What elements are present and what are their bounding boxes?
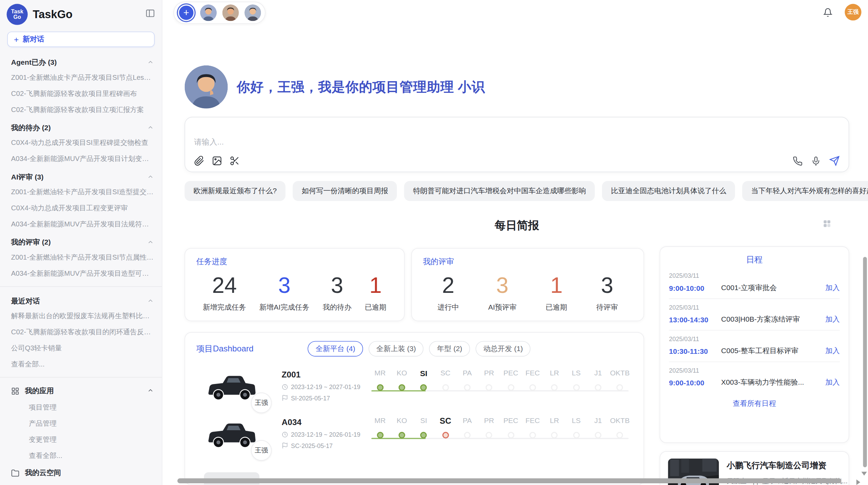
join-button[interactable]: 加入 <box>825 314 840 324</box>
suggestion-chip[interactable]: 当下年轻人对汽车外观有怎样的喜好趋势 <box>742 181 868 201</box>
milestone[interactable]: J1 <box>587 368 609 403</box>
sidebar-section-header[interactable]: AI评审 (3) <box>0 167 162 184</box>
stat-item[interactable]: 3 待评审 <box>596 272 618 312</box>
milestone[interactable]: KO <box>391 368 413 403</box>
milestone[interactable]: OKTB <box>609 415 631 450</box>
join-button[interactable]: 加入 <box>825 346 840 356</box>
milestone[interactable]: FEC <box>522 415 544 450</box>
milestone[interactable]: SC <box>435 368 457 403</box>
assistant-avatar-3[interactable] <box>244 4 261 21</box>
recent-chat-item[interactable]: 公司Q3轻卡销量 <box>0 340 162 357</box>
join-button[interactable]: 加入 <box>825 377 840 387</box>
notification-bell-icon[interactable] <box>823 8 832 17</box>
milestone[interactable]: LS <box>565 415 587 450</box>
sidebar-task-item[interactable]: C02-飞腾新能源轻客改款项目立项汇报方案 <box>0 102 162 118</box>
assistant-avatar-1[interactable] <box>200 4 217 21</box>
chat-input-card[interactable]: 请输入... <box>184 117 849 172</box>
sidebar-section-header[interactable]: 我的评审 (2) <box>0 233 162 250</box>
milestone[interactable]: SI <box>413 415 435 450</box>
sidebar-collapse-icon[interactable] <box>145 8 155 21</box>
milestone[interactable]: MR <box>369 415 391 450</box>
suggestion-chip[interactable]: 如何写一份清晰的项目周报 <box>293 181 397 201</box>
stat-item[interactable]: 3 AI预评审 <box>488 272 517 312</box>
milestone[interactable]: SI <box>413 368 435 403</box>
sidebar-task-item[interactable]: Z001-全新燃油轻卡产品开发项目SI节点属性5D文件评审 <box>0 250 162 266</box>
sidebar-task-item[interactable]: Z001-全新燃油轻卡产品开发项目SI造型提交物评审 <box>0 184 162 200</box>
sidebar-task-item[interactable]: C02-飞腾新能源轻客改款项目里程碑画布 <box>0 86 162 102</box>
milestone[interactable]: J1 <box>587 415 609 450</box>
sidebar-task-item[interactable]: Z001-全新燃油皮卡产品开发项目SI节点Lesson Learn报告 <box>0 70 162 86</box>
suggestion-chip[interactable]: 比亚迪全固态电池计划具体说了什么 <box>602 181 735 201</box>
chat-input[interactable]: 请输入... <box>194 137 840 147</box>
stat-item[interactable]: 1 已逾期 <box>546 272 567 312</box>
recent-chats-header[interactable]: 最近对话 <box>0 291 162 308</box>
stat-item[interactable]: 3 我的待办 <box>323 272 351 312</box>
view-all-schedule-link[interactable]: 查看所有日程 <box>669 399 840 409</box>
project-row[interactable]: 王强 Z001 2023-12-19 ~ 2027-01-19 SI-2025-… <box>196 370 632 404</box>
image-icon[interactable] <box>212 156 222 166</box>
app-item[interactable]: 查看全部... <box>0 448 162 464</box>
filter-chip[interactable]: 全新平台 (4) <box>308 341 363 357</box>
user-avatar[interactable]: 王强 <box>845 4 861 20</box>
stat-item[interactable]: 1 已逾期 <box>365 272 386 312</box>
milestone[interactable]: PR <box>478 368 500 403</box>
milestone-label: MR <box>374 368 386 378</box>
app-item[interactable]: 产品管理 <box>0 416 162 432</box>
milestone[interactable]: PEC <box>500 415 522 450</box>
layout-grid-icon[interactable] <box>822 219 831 230</box>
recent-chat-item[interactable]: 解释最新出台的欧盟报废车法规再生塑料比例被调至15%... <box>0 308 162 324</box>
project-row[interactable]: 王强 A034 2023-12-19 ~ 2026-01-19 SC-2025-… <box>196 418 632 452</box>
milestone[interactable]: LR <box>544 368 566 403</box>
filter-chip[interactable]: 全新上装 (3) <box>369 341 424 357</box>
milestone[interactable]: SC <box>435 415 457 450</box>
milestone[interactable]: FEC <box>522 368 544 403</box>
suggestion-chip[interactable]: 欧洲新规最近颁布了什么? <box>184 181 286 201</box>
filter-chip[interactable]: 动总开发 (1) <box>475 341 531 357</box>
scroll-right-arrow[interactable] <box>856 480 860 485</box>
send-icon[interactable] <box>829 156 840 166</box>
sidebar-task-item[interactable]: C0X4-动力总成开发项目工程变更评审 <box>0 200 162 216</box>
milestone[interactable]: OKTB <box>609 368 631 403</box>
phone-icon[interactable] <box>793 156 803 166</box>
sidebar-task-item[interactable]: A034-全新新能源MUV产品开发项目造型可行性评审 <box>0 266 162 282</box>
milestone[interactable]: LS <box>565 368 587 403</box>
new-chat-button[interactable]: + 新对话 <box>7 32 155 47</box>
milestone[interactable]: KO <box>391 415 413 450</box>
milestone[interactable]: MR <box>369 368 391 403</box>
paperclip-icon[interactable] <box>194 156 205 166</box>
stat-label: 新增完成任务 <box>203 302 246 312</box>
stat-item[interactable]: 24 新增完成任务 <box>203 272 246 312</box>
stat-item[interactable]: 3 新增AI完成任务 <box>260 272 310 312</box>
clock-icon <box>281 384 288 390</box>
sidebar-section-header[interactable]: Agent已办 (3) <box>0 53 162 70</box>
milestone[interactable]: PA <box>456 415 478 450</box>
favorites-row[interactable]: 我的收藏 <box>0 482 162 485</box>
milestone[interactable]: PA <box>456 368 478 403</box>
milestone[interactable]: PEC <box>500 368 522 403</box>
recent-chat-item[interactable]: 查看全部... <box>0 357 162 373</box>
scroll-down-arrow[interactable] <box>861 472 867 475</box>
suggestion-chip[interactable]: 特朗普可能对进口汽车增税会对中国车企造成哪些影响 <box>404 181 595 201</box>
app-item[interactable]: 变更管理 <box>0 432 162 448</box>
app-item[interactable]: 项目管理 <box>0 400 162 416</box>
sidebar-section-header[interactable]: 我的待办 (2) <box>0 118 162 135</box>
add-conversation-button[interactable]: + <box>178 4 195 21</box>
milestone[interactable]: LR <box>544 415 566 450</box>
owner-badge[interactable]: 王强 <box>251 393 272 413</box>
recent-chat-item[interactable]: C02-飞腾新能源轻客改款项目的闭环通告反馈情况 <box>0 324 162 340</box>
scissors-icon[interactable] <box>229 156 240 166</box>
sidebar-task-item[interactable]: A034-全新新能源MUV产品开发项目法规符合性评审 <box>0 216 162 233</box>
cloud-space-row[interactable]: 我的云空间 <box>0 464 162 482</box>
vertical-scrollbar[interactable] <box>863 257 867 467</box>
microphone-icon[interactable] <box>811 156 821 166</box>
filter-chip[interactable]: 年型 (2) <box>429 341 470 357</box>
owner-badge[interactable]: 王强 <box>251 440 272 461</box>
assistant-avatar-2[interactable] <box>222 4 239 21</box>
sidebar-task-item[interactable]: C0X4-动力总成开发项目SI里程碑提交物检查 <box>0 135 162 151</box>
milestone[interactable]: PR <box>478 415 500 450</box>
join-button[interactable]: 加入 <box>825 283 840 293</box>
my-apps-row[interactable]: 我的应用 <box>0 382 162 400</box>
horizontal-scrollbar[interactable] <box>177 478 841 484</box>
sidebar-task-item[interactable]: A034-全新新能源MUV产品开发项目计划变更表编写 <box>0 151 162 167</box>
stat-item[interactable]: 2 进行中 <box>437 272 459 312</box>
